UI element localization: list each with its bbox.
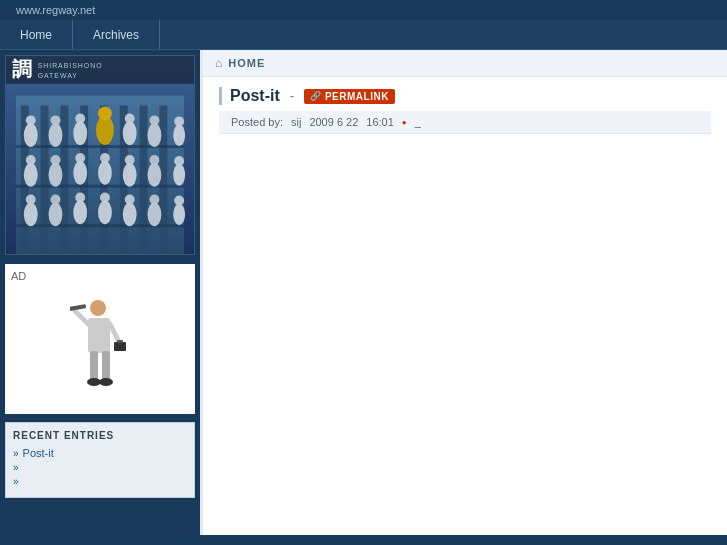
svg-point-69 xyxy=(99,378,113,386)
svg-rect-67 xyxy=(102,351,110,381)
svg-point-27 xyxy=(24,163,38,187)
site-url: www.regway.net xyxy=(16,4,95,16)
svg-point-18 xyxy=(75,113,85,123)
svg-text:GATEWAY: GATEWAY xyxy=(38,72,78,79)
svg-rect-55 xyxy=(6,56,194,84)
entry-link-0[interactable]: Post-it xyxy=(23,447,54,459)
svg-rect-3 xyxy=(41,106,49,254)
svg-point-20 xyxy=(98,107,112,121)
svg-point-46 xyxy=(75,193,85,203)
svg-point-16 xyxy=(51,115,61,125)
svg-point-49 xyxy=(123,202,137,226)
post-dash: - xyxy=(290,88,295,104)
svg-point-51 xyxy=(147,202,161,226)
entry-arrow-1: » xyxy=(13,462,19,473)
svg-rect-62 xyxy=(70,304,86,311)
recent-entry-2: » xyxy=(13,476,187,487)
svg-point-47 xyxy=(98,201,112,225)
svg-point-17 xyxy=(73,121,87,145)
breadcrumb-bar: ⌂ HOME xyxy=(203,50,727,77)
svg-point-42 xyxy=(26,195,36,205)
svg-point-54 xyxy=(174,196,184,206)
content-area: ⌂ HOME Post-it - 🔗 PERMALINK Posted by: … xyxy=(200,50,727,535)
svg-point-40 xyxy=(174,156,184,166)
svg-point-50 xyxy=(125,195,135,205)
nav-home[interactable]: Home xyxy=(0,20,73,49)
nav-archives[interactable]: Archives xyxy=(73,20,160,49)
svg-text:調: 調 xyxy=(12,58,32,80)
recent-entries-title: RECENT ENTRIES xyxy=(13,430,187,441)
svg-point-53 xyxy=(173,203,185,225)
permalink-badge[interactable]: 🔗 PERMALINK xyxy=(304,89,394,104)
svg-rect-64 xyxy=(114,342,126,351)
svg-rect-65 xyxy=(117,340,123,343)
svg-point-43 xyxy=(49,202,63,226)
svg-point-21 xyxy=(123,121,137,145)
sidebar-image: 調 SHIRABISHONO GATEWAY xyxy=(5,55,195,255)
post-date: 2009 6 22 xyxy=(309,116,358,128)
svg-point-52 xyxy=(149,195,159,205)
svg-point-68 xyxy=(87,378,101,386)
svg-point-39 xyxy=(173,164,185,186)
svg-point-44 xyxy=(51,195,61,205)
svg-point-22 xyxy=(125,113,135,123)
sidebar: 調 SHIRABISHONO GATEWAY AD xyxy=(0,50,200,535)
svg-rect-12 xyxy=(16,224,184,227)
main-layout: 調 SHIRABISHONO GATEWAY AD xyxy=(0,50,727,535)
svg-point-24 xyxy=(149,115,159,125)
top-bar: www.regway.net xyxy=(0,0,727,20)
svg-point-23 xyxy=(147,123,161,147)
recent-entry-1[interactable]: » xyxy=(13,462,187,473)
svg-point-25 xyxy=(173,124,185,146)
breadcrumb-text: HOME xyxy=(228,57,265,69)
svg-point-14 xyxy=(26,115,36,125)
ad-section: AD xyxy=(5,264,195,414)
entry-arrow-2: » xyxy=(13,476,19,487)
entry-arrow-0: » xyxy=(13,448,19,459)
post-title: Post-it xyxy=(230,87,280,105)
svg-rect-66 xyxy=(90,351,98,381)
home-icon: ⌂ xyxy=(215,56,222,70)
post-container: Post-it - 🔗 PERMALINK Posted by: sij 200… xyxy=(203,77,727,144)
nav-bar: Home Archives xyxy=(0,20,727,50)
svg-point-38 xyxy=(149,155,159,165)
permalink-icon: 🔗 xyxy=(310,91,322,101)
svg-point-48 xyxy=(100,193,110,203)
post-title-row: Post-it - 🔗 PERMALINK xyxy=(219,87,711,105)
meta-underscore: _ xyxy=(415,116,421,128)
ad-label: AD xyxy=(11,270,189,282)
svg-point-31 xyxy=(73,161,87,185)
post-meta-row: Posted by: sij 2009 6 22 16:01 ● _ xyxy=(219,111,711,134)
recent-entries: RECENT ENTRIES » Post-it » » xyxy=(5,422,195,498)
svg-point-36 xyxy=(125,155,135,165)
svg-point-45 xyxy=(73,201,87,225)
recent-entry-0[interactable]: » Post-it xyxy=(13,447,187,459)
posted-by-label: Posted by: xyxy=(231,116,283,128)
post-time: 16:01 xyxy=(366,116,394,128)
svg-point-15 xyxy=(49,123,63,147)
svg-rect-11 xyxy=(16,185,184,188)
permalink-label: PERMALINK xyxy=(325,91,389,102)
svg-point-26 xyxy=(174,116,184,126)
post-author: sij xyxy=(291,116,301,128)
svg-rect-10 xyxy=(16,145,184,148)
svg-rect-8 xyxy=(140,106,148,254)
svg-point-59 xyxy=(90,300,106,316)
svg-rect-60 xyxy=(88,318,110,353)
svg-line-61 xyxy=(75,311,88,324)
svg-point-41 xyxy=(24,202,38,226)
meta-dot: ● xyxy=(402,118,407,127)
svg-point-13 xyxy=(24,123,38,147)
svg-point-28 xyxy=(26,155,36,165)
svg-point-33 xyxy=(98,161,112,185)
svg-point-30 xyxy=(51,155,61,165)
svg-point-32 xyxy=(75,153,85,163)
svg-point-37 xyxy=(147,163,161,187)
svg-point-35 xyxy=(123,163,137,187)
svg-point-29 xyxy=(49,163,63,187)
svg-point-34 xyxy=(100,153,110,163)
svg-text:SHIRABISHONO: SHIRABISHONO xyxy=(38,62,103,69)
